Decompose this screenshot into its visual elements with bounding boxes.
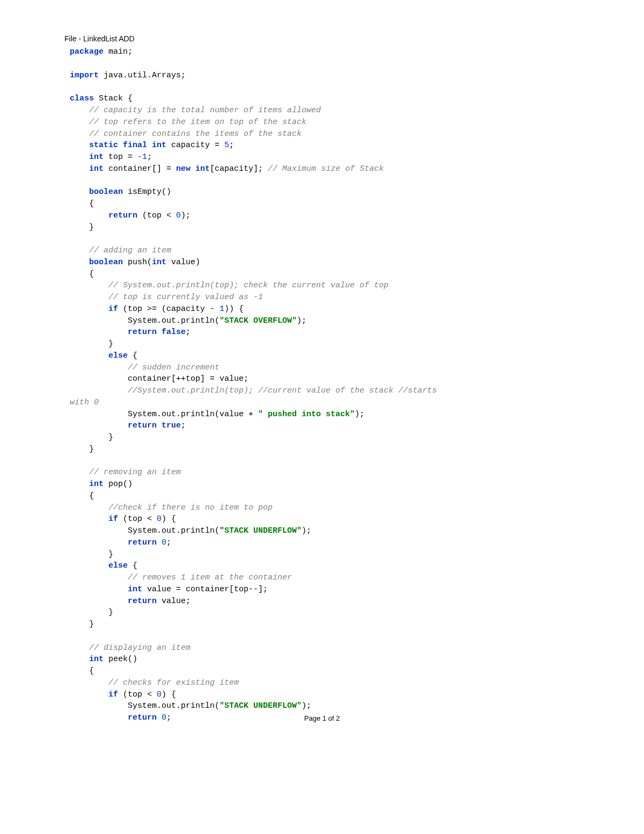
code-token: return [128,538,162,547]
code-token: } [108,339,113,349]
code-token: import [70,71,99,80]
code-token: (top < [137,211,176,220]
code-token: ); [302,701,311,710]
code-token: ; [181,421,186,430]
code-token: } [108,433,113,442]
code-token: 0 [176,211,181,220]
code-token: "STACK UNDERFLOW" [219,526,302,535]
code-token: value) [166,258,200,267]
code-token: return [128,597,157,606]
code-token: } [108,550,113,559]
code-comment: // top refers to the item on top of the … [89,118,306,127]
code-token: (top < [118,514,157,524]
code-token: isEmpty() [123,187,171,197]
code-token: } [89,445,94,454]
code-token: ; [229,141,234,150]
code-token: { [128,351,137,360]
code-comment: // System.out.println(top); check the cu… [108,281,389,290]
code-token: ); [302,526,311,535]
code-token: return false [128,328,186,337]
code-token: capacity = [166,141,224,150]
code-token: pop() [104,480,133,489]
code-token: ; [147,153,152,162]
code-token: main; [104,47,133,56]
code-token: container[] = [104,164,176,173]
code-block: package main; import java.util.Arrays; c… [64,46,580,724]
code-comment: //check if there is no item to pop [108,503,273,512]
code-token: ); [355,410,364,419]
code-token: static final int [89,141,166,150]
code-comment: // Maximum size of Stack [268,164,384,173]
code-comment: // capacity is the total number of items… [89,106,321,115]
file-header: File - LinkedList ADD [64,33,580,44]
code-token: int [152,258,166,267]
code-token: (top < [118,690,157,699]
code-token: top = [104,153,137,162]
code-token: boolean [89,187,123,197]
code-token: (top >= (capacity - [118,304,219,314]
code-comment: with 0 [70,398,99,407]
code-token: "STACK OVERFLOW" [219,316,297,325]
code-token: if [108,514,118,524]
document-page: File - LinkedList ADD package main; impo… [0,0,644,834]
code-token: 0 [162,538,166,547]
code-token: } [108,608,113,617]
code-token: int [89,164,104,173]
code-token: push( [123,258,152,267]
code-token: { [89,491,94,501]
code-comment: // removes 1 item at the container [128,573,292,582]
code-token: System.out.println(value + [128,410,258,419]
code-comment: // sudden increment [128,363,219,372]
code-token: int [89,480,104,489]
code-token: Stack { [94,94,133,103]
code-token: " pushed into stack" [258,410,355,419]
code-token: ; [186,328,191,337]
code-token: System.out.println( [128,701,219,710]
code-comment: // adding an item [89,246,171,255]
code-token: } [89,620,94,629]
code-token: peek() [104,655,137,664]
code-token: value = container[top--]; [142,585,268,594]
code-comment: // container contains the items of the s… [89,129,302,139]
code-token: int [128,585,142,594]
code-token: package [70,47,104,56]
code-token: 0 [157,690,162,699]
code-token: ); [297,316,306,325]
code-token: container[++top] = value; [128,374,248,383]
code-comment: //System.out.println(top); //current val… [128,386,437,395]
code-token: )) { [224,304,244,314]
code-token: 0 [157,514,162,524]
code-token: if [108,304,118,314]
code-comment: // checks for existing item [108,678,239,687]
code-token: if [108,690,118,699]
code-token: int [89,655,104,664]
code-token: System.out.println( [128,316,219,325]
code-token: int [89,153,104,162]
code-token: new int [176,164,210,173]
code-token: class [70,94,94,103]
code-token: value; [157,597,191,606]
page-footer: Page 1 of 2 [0,714,644,724]
code-token: else [108,561,128,570]
code-token: } [89,223,94,232]
code-token: ); [181,211,191,220]
code-token: { [89,666,94,676]
code-comment: // displaying an item [89,643,191,652]
code-token: boolean [89,258,123,267]
code-token: ) { [162,690,176,699]
code-token: 1 [219,304,224,314]
code-token: [capacity]; [210,164,268,173]
code-comment: // top is currently valued as -1 [108,293,263,302]
code-token: java.util.Arrays; [99,71,186,80]
code-token: 5 [224,141,229,150]
code-token: System.out.println( [128,526,219,535]
code-token: -1 [137,153,147,162]
code-token: "STACK UNDERFLOW" [219,701,302,710]
code-comment: // removing an item [89,468,181,477]
code-token: return [108,211,137,220]
code-token: { [128,561,137,570]
code-token: return true [128,421,181,430]
code-token: { [89,270,94,279]
code-token: ; [166,538,171,547]
code-token: else [108,351,128,360]
